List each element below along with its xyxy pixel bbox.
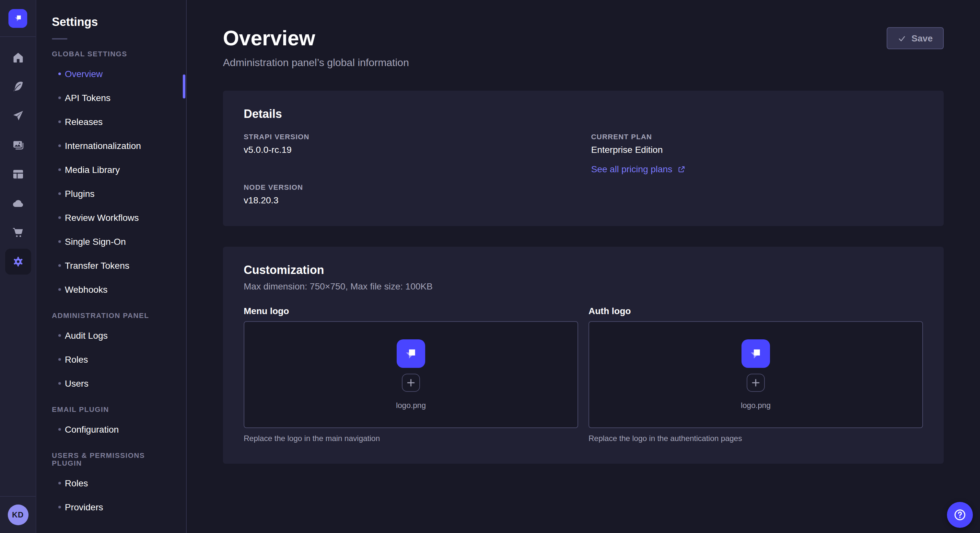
- bullet-icon: [58, 288, 61, 290]
- subnav-item-up-providers[interactable]: Providers: [36, 495, 186, 519]
- field-node-version: NODE VERSION v18.20.3: [244, 184, 576, 206]
- user-avatar[interactable]: KD: [8, 504, 28, 525]
- bullet-icon: [58, 428, 61, 430]
- strapi-logo-preview: [397, 339, 425, 368]
- field-current-plan: CURRENT PLAN Enterprise Edition: [591, 133, 923, 155]
- help-button[interactable]: [947, 502, 973, 528]
- home-icon: [11, 51, 24, 64]
- subnav-list-administration-panel: Audit Logs Roles Users: [36, 323, 186, 395]
- bullet-icon: [58, 96, 61, 99]
- subnav-section-administration-panel: ADMINISTRATION PANEL: [52, 311, 170, 319]
- main-nav: KD: [0, 0, 36, 533]
- plus-icon: [751, 379, 760, 388]
- bullet-icon: [58, 120, 61, 123]
- nav-content-type-builder-button[interactable]: [5, 161, 31, 187]
- bullet-icon: [58, 72, 61, 75]
- nav-content-manager-button[interactable]: [5, 74, 31, 100]
- subnav-item-email-configuration[interactable]: Configuration: [36, 417, 186, 441]
- menu-logo-field: Menu logo logo.png Replace the logo in t…: [244, 306, 578, 443]
- strapi-logo[interactable]: [8, 9, 27, 27]
- subnav-item-plugins[interactable]: Plugins: [36, 181, 186, 205]
- subnav-divider: [52, 38, 67, 40]
- subnav-item-media-library[interactable]: Media Library: [36, 157, 186, 181]
- bullet-icon: [58, 216, 61, 219]
- customization-subheading: Max dimension: 750×750, Max file size: 1…: [244, 281, 923, 292]
- user-area: KD: [0, 496, 36, 533]
- pricing-plans-link[interactable]: See all pricing plans: [591, 164, 923, 174]
- bullet-icon: [58, 264, 61, 266]
- settings-gear-icon: [11, 255, 24, 268]
- subnav-item-webhooks[interactable]: Webhooks: [36, 277, 186, 301]
- strapi-admin-app: KD Settings GLOBAL SETTINGS Overview API…: [0, 0, 980, 533]
- check-icon: [898, 34, 907, 43]
- subnav-section-global-settings: GLOBAL SETTINGS: [52, 50, 170, 58]
- question-mark-icon: [953, 508, 967, 522]
- bullet-icon: [58, 358, 61, 360]
- subnav-list-global-settings: Overview API Tokens Releases Internation…: [36, 62, 186, 301]
- customization-heading: Customization: [244, 264, 923, 278]
- subnav-item-audit-logs[interactable]: Audit Logs: [36, 323, 186, 347]
- save-button[interactable]: Save: [887, 27, 944, 49]
- subnav-title: Settings: [52, 16, 170, 29]
- subnav-list-email-plugin: Configuration: [36, 417, 186, 441]
- subnav-item-transfer-tokens[interactable]: Transfer Tokens: [36, 253, 186, 277]
- bullet-icon: [58, 240, 61, 243]
- auth-logo-field: Auth logo logo.png Replace the logo in t…: [589, 306, 923, 443]
- subnav-list-users-permissions: Roles Providers: [36, 471, 186, 519]
- bullet-icon: [58, 144, 61, 147]
- subnav-item-internationalization[interactable]: Internationalization: [36, 133, 186, 157]
- customization-card: Customization Max dimension: 750×750, Ma…: [223, 247, 944, 464]
- subnav-scrollbar-thumb[interactable]: [183, 75, 185, 98]
- details-heading: Details: [244, 108, 923, 121]
- subnav-item-up-roles[interactable]: Roles: [36, 471, 186, 495]
- menu-logo-add-button[interactable]: [402, 374, 420, 392]
- subnav-section-users-permissions-plugin: USERS & PERMISSIONS PLUGIN: [52, 451, 170, 467]
- subnav-item-releases[interactable]: Releases: [36, 109, 186, 133]
- brand-area: [0, 0, 36, 37]
- nav-media-library-button[interactable]: [5, 132, 31, 158]
- page-subtitle: Administration panel’s global informatio…: [223, 57, 409, 69]
- auth-logo-dropzone[interactable]: logo.png: [589, 322, 923, 428]
- feather-icon: [11, 80, 24, 93]
- subnav-section-email-plugin: EMAIL PLUGIN: [52, 405, 170, 413]
- details-card: Details STRAPI VERSION v5.0.0-rc.19 NODE…: [223, 91, 944, 226]
- nav-icon-list: [0, 37, 36, 496]
- layout-icon: [11, 168, 24, 181]
- subnav-item-admin-users[interactable]: Users: [36, 371, 186, 395]
- subnav-item-api-tokens[interactable]: API Tokens: [36, 86, 186, 109]
- settings-subnav: Settings GLOBAL SETTINGS Overview API To…: [36, 0, 187, 533]
- auth-logo-label: Auth logo: [589, 306, 923, 316]
- nav-home-button[interactable]: [5, 45, 31, 71]
- subnav-item-overview[interactable]: Overview: [36, 62, 186, 86]
- strapi-logo-glyph: [12, 12, 24, 24]
- menu-logo-dropzone[interactable]: logo.png: [244, 322, 578, 428]
- strapi-logo-preview: [741, 339, 770, 368]
- menu-logo-hint: Replace the logo in the main navigation: [244, 434, 578, 443]
- auth-logo-hint: Replace the logo in the authentication p…: [589, 434, 923, 443]
- subnav-item-admin-roles[interactable]: Roles: [36, 347, 186, 371]
- auth-logo-filename: logo.png: [741, 401, 771, 410]
- bullet-icon: [58, 382, 61, 384]
- subnav-item-review-workflows[interactable]: Review Workflows: [36, 205, 186, 229]
- bullet-icon: [58, 506, 61, 508]
- nav-releases-button[interactable]: [5, 103, 31, 129]
- plus-icon: [406, 379, 415, 388]
- cloud-icon: [11, 197, 24, 210]
- nav-settings-button[interactable]: [5, 249, 31, 274]
- menu-logo-filename: logo.png: [396, 401, 426, 410]
- auth-logo-add-button[interactable]: [747, 374, 765, 392]
- nav-marketplace-button[interactable]: [5, 219, 31, 246]
- field-strapi-version: STRAPI VERSION v5.0.0-rc.19: [244, 133, 576, 155]
- marketplace-cart-icon: [11, 226, 24, 239]
- page-title: Overview: [223, 26, 409, 51]
- bullet-icon: [58, 334, 61, 336]
- main-content: Overview Administration panel’s global i…: [187, 0, 980, 533]
- nav-cloud-button[interactable]: [5, 190, 31, 216]
- bullet-icon: [58, 168, 61, 171]
- send-icon: [11, 109, 24, 122]
- bullet-icon: [58, 192, 61, 195]
- media-images-icon: [11, 139, 24, 152]
- menu-logo-label: Menu logo: [244, 306, 578, 316]
- external-link-icon: [678, 165, 686, 174]
- subnav-item-single-sign-on[interactable]: Single Sign-On: [36, 229, 186, 253]
